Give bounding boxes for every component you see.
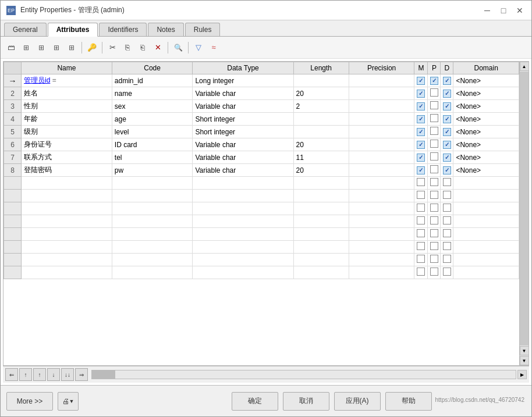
m-cell[interactable]	[414, 74, 428, 87]
m-cell[interactable]	[414, 138, 428, 151]
name-cell[interactable]: 管理员id =	[22, 74, 112, 87]
d-checkbox[interactable]	[443, 102, 451, 111]
copy-btn[interactable]: ⎘	[120, 41, 134, 55]
name-cell[interactable]: 联系方式	[22, 151, 112, 164]
empty-cb[interactable]	[443, 268, 451, 276]
domain-cell[interactable]: <None>	[453, 138, 519, 151]
empty-cb[interactable]	[443, 204, 451, 212]
p-cell[interactable]	[428, 74, 441, 87]
nav-prev-button[interactable]: ↑	[33, 368, 46, 381]
precision-cell[interactable]	[349, 100, 414, 113]
m-cell[interactable]	[414, 164, 428, 177]
nav-prev-page-button[interactable]: ↑	[19, 368, 32, 381]
filter-btn[interactable]: ▽	[191, 41, 205, 55]
tab-general[interactable]: General	[4, 23, 47, 36]
domain-cell[interactable]: <None>	[453, 126, 519, 138]
precision-cell[interactable]	[349, 126, 414, 138]
tab-attributes[interactable]: Attributes	[48, 23, 98, 37]
empty-cb[interactable]	[417, 268, 425, 276]
table3-btn[interactable]: ⊞	[49, 41, 63, 55]
name-cell[interactable]: 姓名	[22, 87, 112, 100]
d-cell[interactable]	[441, 100, 453, 113]
precision-cell[interactable]	[349, 138, 414, 151]
p-cell[interactable]	[428, 126, 441, 138]
tab-identifiers[interactable]: Identifiers	[99, 23, 147, 36]
col-header-length[interactable]: Length	[293, 62, 349, 74]
empty-cb[interactable]	[430, 242, 438, 250]
scroll-bottom-button[interactable]: ▼	[520, 356, 529, 365]
name-cell[interactable]: 登陆密码	[22, 164, 112, 177]
domain-cell[interactable]: <None>	[453, 74, 519, 87]
col-header-m[interactable]: M	[414, 62, 428, 74]
name-cell[interactable]: 年龄	[22, 113, 112, 126]
p-checkbox[interactable]	[430, 114, 438, 122]
col-header-p[interactable]: P	[428, 62, 441, 74]
col-header-precision[interactable]: Precision	[349, 62, 414, 74]
scroll-up-button[interactable]: ▲	[520, 62, 529, 71]
datatype-cell[interactable]: Variable char	[193, 100, 293, 113]
ok-button[interactable]: 确定	[232, 392, 278, 411]
d-cell[interactable]	[441, 126, 453, 138]
m-checkbox[interactable]	[417, 141, 425, 149]
empty-cb[interactable]	[417, 204, 425, 212]
domain-cell[interactable]: <None>	[453, 87, 519, 100]
p-checkbox[interactable]	[430, 140, 438, 148]
empty-cb[interactable]	[430, 204, 438, 212]
empty-cb[interactable]	[417, 191, 425, 199]
table2-btn[interactable]: ⊞	[34, 41, 48, 55]
empty-cb[interactable]	[443, 216, 451, 224]
name-value[interactable]: 管理员id	[24, 76, 50, 84]
m-checkbox[interactable]	[417, 102, 425, 111]
datatype-cell[interactable]: Short integer	[193, 126, 293, 138]
empty-cb[interactable]	[443, 229, 451, 237]
domain-cell[interactable]: <None>	[453, 164, 519, 177]
datatype-cell[interactable]: Variable char	[193, 164, 293, 177]
d-cell[interactable]	[441, 164, 453, 177]
datatype-cell[interactable]: Variable char	[193, 87, 293, 100]
name-cell[interactable]: 性别	[22, 100, 112, 113]
delete-btn[interactable]: ✕	[151, 41, 165, 55]
m-checkbox[interactable]	[417, 90, 425, 98]
datatype-cell[interactable]: Short integer	[193, 113, 293, 126]
d-cell[interactable]	[441, 138, 453, 151]
p-cell[interactable]	[428, 113, 441, 126]
length-cell[interactable]: 20	[293, 87, 349, 100]
empty-cb[interactable]	[417, 255, 425, 263]
empty-cb[interactable]	[430, 255, 438, 263]
col-header-datatype[interactable]: Data Type	[193, 62, 293, 74]
d-checkbox[interactable]	[443, 166, 451, 174]
name-cell[interactable]: 身份证号	[22, 138, 112, 151]
datatype-cell[interactable]: Variable char	[193, 138, 293, 151]
length-cell[interactable]: 20	[293, 138, 349, 151]
empty-cb[interactable]	[417, 229, 425, 237]
p-cell[interactable]	[428, 138, 441, 151]
tab-rules[interactable]: Rules	[185, 23, 221, 36]
length-cell[interactable]	[293, 113, 349, 126]
paste-btn[interactable]: ⎗	[136, 41, 150, 55]
nav-next-page-button[interactable]: ↓↓	[61, 368, 74, 381]
empty-cb[interactable]	[430, 268, 438, 276]
more-button[interactable]: More >>	[6, 392, 53, 411]
d-checkbox[interactable]	[443, 128, 451, 136]
code-cell[interactable]: ID card	[112, 138, 193, 151]
length-cell[interactable]: 20	[293, 164, 349, 177]
m-checkbox[interactable]	[417, 166, 425, 174]
apply-button[interactable]: 应用(A)	[334, 392, 381, 411]
length-cell[interactable]	[293, 126, 349, 138]
sort-btn[interactable]: ≈	[207, 41, 221, 55]
empty-cb[interactable]	[443, 255, 451, 263]
print-button[interactable]: 🖨 ▼	[58, 392, 79, 411]
m-checkbox[interactable]	[417, 77, 425, 85]
empty-cb[interactable]	[443, 191, 451, 199]
m-cell[interactable]	[414, 151, 428, 164]
datatype-cell[interactable]: Variable char	[193, 151, 293, 164]
length-cell[interactable]	[293, 74, 349, 87]
precision-cell[interactable]	[349, 87, 414, 100]
col-header-name[interactable]: Name	[22, 62, 112, 74]
empty-cb[interactable]	[430, 191, 438, 199]
p-checkbox[interactable]	[430, 127, 438, 135]
p-cell[interactable]	[428, 164, 441, 177]
close-button[interactable]: ✕	[514, 5, 526, 16]
p-cell[interactable]	[428, 151, 441, 164]
precision-cell[interactable]	[349, 164, 414, 177]
